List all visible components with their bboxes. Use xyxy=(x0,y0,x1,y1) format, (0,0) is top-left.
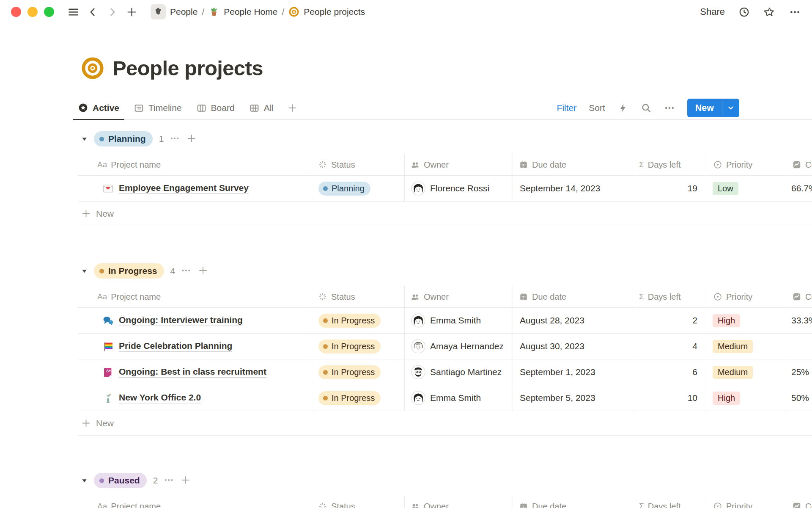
new-button-dropdown[interactable] xyxy=(722,99,739,117)
tab-all[interactable]: All xyxy=(244,97,279,119)
status-pill[interactable]: In Progress xyxy=(318,340,381,353)
lightning-icon[interactable] xyxy=(617,102,628,113)
status-pill[interactable]: In Progress xyxy=(318,365,381,379)
project-name-cell[interactable]: Ongoing: Interviewer training xyxy=(78,308,312,333)
sort-button[interactable]: Sort xyxy=(589,103,605,113)
column-header-due-date[interactable]: Due date xyxy=(513,154,633,175)
back-icon[interactable] xyxy=(86,6,99,18)
column-header-completion[interactable]: Completion xyxy=(786,496,812,508)
due-date-cell[interactable]: August 28, 2023 xyxy=(513,308,633,333)
column-header-days-left[interactable]: ΣDays left xyxy=(633,496,707,508)
close-window-button[interactable] xyxy=(11,7,21,17)
more-icon[interactable] xyxy=(164,475,175,486)
status-cell[interactable]: In Progress xyxy=(312,308,404,333)
more-icon[interactable] xyxy=(664,102,675,113)
status-cell[interactable]: In Progress xyxy=(312,385,404,411)
project-name-cell[interactable]: Ongoing: Best in class recruitment xyxy=(78,359,312,385)
status-cell[interactable]: In Progress xyxy=(312,334,404,359)
days-left-cell[interactable]: 6 xyxy=(633,359,707,385)
days-left-cell[interactable]: 19 xyxy=(633,176,707,201)
status-cell[interactable]: In Progress xyxy=(312,359,404,385)
priority-cell[interactable]: High xyxy=(707,308,786,333)
group-pill-in-progress[interactable]: In Progress xyxy=(94,263,164,279)
tab-active[interactable]: Active xyxy=(73,97,124,120)
status-pill[interactable]: In Progress xyxy=(318,314,381,328)
owner-cell[interactable]: Amaya Hernandez xyxy=(404,334,513,359)
owner-cell[interactable]: Florence Rossi xyxy=(404,176,513,201)
priority-cell[interactable]: Low xyxy=(707,176,786,201)
plus-icon[interactable] xyxy=(181,475,192,486)
page-title[interactable]: People projects xyxy=(112,56,263,80)
completion-cell[interactable]: 66.7% xyxy=(786,176,812,201)
priority-tag[interactable]: Medium xyxy=(713,340,753,353)
due-date-cell[interactable]: August 30, 2023 xyxy=(513,334,633,359)
column-header-due-date[interactable]: Due date xyxy=(513,496,633,508)
new-button[interactable]: New xyxy=(687,99,722,117)
priority-cell[interactable]: Medium xyxy=(707,359,786,385)
priority-cell[interactable]: Medium xyxy=(707,334,786,359)
column-header-days-left[interactable]: ΣDays left xyxy=(633,154,707,175)
days-left-cell[interactable]: 2 xyxy=(633,308,707,333)
days-left-cell[interactable]: 4 xyxy=(633,334,707,359)
project-link[interactable]: Ongoing: Interviewer training xyxy=(119,315,243,326)
status-cell[interactable]: Planning xyxy=(312,176,404,201)
plus-icon[interactable] xyxy=(198,265,209,276)
priority-cell[interactable]: High xyxy=(707,385,786,411)
group-pill-planning[interactable]: Planning xyxy=(94,131,153,146)
menu-icon[interactable] xyxy=(67,6,80,18)
plus-icon[interactable] xyxy=(187,133,198,144)
column-header-priority[interactable]: Priority xyxy=(707,154,786,175)
completion-cell[interactable]: 33.3% xyxy=(786,308,812,333)
collapse-caret-icon[interactable] xyxy=(78,265,91,277)
breadcrumb-people[interactable]: People xyxy=(147,3,201,21)
owner-cell[interactable]: Emma Smith xyxy=(404,385,513,411)
star-icon[interactable] xyxy=(763,6,776,18)
more-icon[interactable] xyxy=(170,133,181,144)
owner-cell[interactable]: Emma Smith xyxy=(404,308,513,333)
priority-tag[interactable]: High xyxy=(713,314,740,327)
project-link[interactable]: New York Office 2.0 xyxy=(119,392,201,403)
due-date-cell[interactable]: September 1, 2023 xyxy=(513,359,633,385)
completion-cell[interactable]: 25% xyxy=(786,359,812,385)
project-link[interactable]: Employee Engagement Survey xyxy=(119,183,249,194)
filter-button[interactable]: Filter xyxy=(557,103,577,113)
column-header-owner[interactable]: Owner xyxy=(404,154,513,175)
column-header-completion[interactable]: Completion xyxy=(786,154,812,175)
tab-board[interactable]: Board xyxy=(191,97,240,119)
due-date-cell[interactable]: September 14, 2023 xyxy=(513,176,633,201)
column-header-completion[interactable]: Completion xyxy=(786,286,812,307)
completion-cell[interactable]: 50% xyxy=(786,385,812,411)
search-icon[interactable] xyxy=(641,102,652,113)
project-link[interactable]: Ongoing: Best in class recruitment xyxy=(119,367,266,378)
new-tab-plus-icon[interactable] xyxy=(125,6,138,18)
column-header-name[interactable]: AaProject name xyxy=(78,496,312,508)
project-name-cell[interactable]: Pride Celebration Planning xyxy=(78,334,312,359)
completion-cell[interactable] xyxy=(786,334,812,359)
priority-tag[interactable]: Low xyxy=(713,182,738,195)
project-link[interactable]: Pride Celebration Planning xyxy=(119,341,232,352)
group-pill-paused[interactable]: Paused xyxy=(94,473,147,488)
priority-tag[interactable]: High xyxy=(713,392,740,405)
forward-icon[interactable] xyxy=(106,6,118,18)
project-name-cell[interactable]: New York Office 2.0 xyxy=(78,385,312,411)
column-header-days-left[interactable]: ΣDays left xyxy=(633,286,707,307)
new-row-button[interactable]: New xyxy=(78,411,812,436)
zoom-window-button[interactable] xyxy=(44,7,54,17)
collapse-caret-icon[interactable] xyxy=(78,133,91,145)
breadcrumb-people-home[interactable]: People Home xyxy=(205,5,281,19)
days-left-cell[interactable]: 10 xyxy=(633,385,707,411)
clock-icon[interactable] xyxy=(738,6,750,18)
new-row-button[interactable]: New xyxy=(78,202,812,226)
column-header-priority[interactable]: Priority xyxy=(707,496,786,508)
breadcrumb-people-projects[interactable]: People projects xyxy=(285,5,368,19)
share-button[interactable]: Share xyxy=(700,6,725,17)
status-pill[interactable]: Planning xyxy=(318,182,370,196)
column-header-priority[interactable]: Priority xyxy=(707,286,786,307)
status-pill[interactable]: In Progress xyxy=(318,391,381,405)
column-header-owner[interactable]: Owner xyxy=(404,286,513,307)
more-icon[interactable] xyxy=(181,265,192,276)
priority-tag[interactable]: Medium xyxy=(713,366,753,379)
owner-cell[interactable]: Santiago Martinez xyxy=(404,359,513,385)
column-header-status[interactable]: Status xyxy=(312,286,404,307)
column-header-status[interactable]: Status xyxy=(312,496,404,508)
